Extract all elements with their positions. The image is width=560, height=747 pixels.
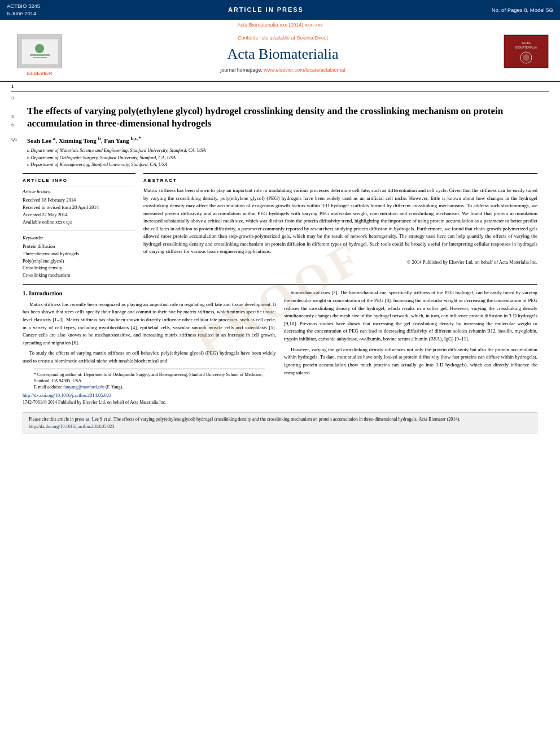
citation-text: Please cite this article in press as: Le… [29,417,460,422]
journal-ref: Acta Biomaterialia xxx (2014) xxx–xxx [237,22,323,28]
authors-section: Q1 Soah Lee a, Xinming Tong b, Fan Yang … [11,135,549,145]
intro-col-left: 1. Introduction Matrix stiffness has rec… [23,289,276,408]
keyword-4: Crosslinking density [23,265,135,272]
article-info-title: ARTICLE INFO [23,177,135,184]
available-online: Available online xxxx Q2 [23,219,135,226]
issn-copyright: 1742-7061/© 2014 Published by Elsevier L… [23,399,276,405]
bottom-links: http://dx.doi.org/10.1016/j.actbio.2014.… [23,392,276,405]
article-main-title: The effects of varying poly(ethylene gly… [27,105,543,130]
affiliation-a: a Department of Materials Science and En… [27,147,549,154]
author-a-sup: a [53,136,56,141]
elsevier-brand: ELSEVIER [27,70,53,77]
keywords-title: Keywords: [23,235,135,242]
citation-box: Please cite this article in press as: Le… [23,412,537,434]
elsevier-svg [19,36,61,67]
footnote-email-link[interactable]: fanyang@stanford.edu [63,385,104,390]
keyword-3: Poly(ethylene glycol) [23,258,135,265]
footnote-section: * Corresponding author at: Departments o… [34,369,265,391]
svg-rect-3 [33,57,47,58]
section-divider [23,284,537,285]
homepage-url[interactable]: www.elsevier.com/locate/actabiomat [264,67,345,73]
journal-ref-line: Acta Biomaterialia xxx (2014) xxx–xxx [0,20,560,30]
received-date: Received 18 February 2014 [23,197,135,204]
footnote-email: E-mail address: fanyang@stanford.edu (F.… [34,384,265,390]
q1-marker: Q1 [11,136,18,142]
article-date: 6 June 2014 [7,10,40,17]
svg-point-1 [35,44,44,53]
intro-title: 1. Introduction [23,289,276,298]
svg-text:BIOMATERIALIA: BIOMATERIALIA [515,46,537,49]
page-number: 1 [0,82,560,91]
pages-model: No. of Pages 8, Model 5G [492,6,553,14]
intro-paragraph-1: Matrix stiffness has recently been recog… [23,301,276,365]
history-title: Article history: [23,189,135,195]
affiliation-b: b Department of Orthopedic Surgery, Stan… [27,155,549,161]
intro-para-2-text: To study the effects of varying matrix s… [23,350,276,365]
journal-logo-left: ELSEVIER [11,34,68,77]
journal-header: ELSEVIER Contents lists available at Sci… [0,30,560,82]
sciencedirect-line: Contents lists available at ScienceDirec… [73,34,492,42]
citation-doi-link[interactable]: http://dx.doi.org/10.1016/j.actbio.2014.… [29,424,115,429]
intro-para-1-text: Matrix stiffness has recently been recog… [23,301,276,347]
abstract-column: ABSTRACT Matrix stiffness has been shown… [143,173,537,279]
doi-link[interactable]: http://dx.doi.org/10.1016/j.actbio.2014.… [23,392,276,399]
revised-date: Received in revised form 28 April 2014 [23,204,135,211]
abstract-title: ABSTRACT [143,177,537,184]
journal-title: Acta Biomaterialia [73,44,492,64]
abstract-text: Matrix stiffness has been shown to play … [143,187,537,256]
journal-homepage: journal homepage: www.elsevier.com/locat… [73,67,492,74]
line-num-4: 4 [11,113,14,120]
article-info-box: ARTICLE INFO Article history: Received 1… [23,173,135,230]
acta-logo-svg: ACTA BIOMATERIALIA [505,36,548,67]
accepted-date: Accepted 22 May 2014 [23,212,135,219]
introduction-section: 1. Introduction Matrix stiffness has rec… [23,289,537,408]
abstract-box: ABSTRACT Matrix stiffness has been shown… [143,173,537,266]
article-in-press: ARTICLE IN PRESS [228,6,304,14]
intro-col-right: biomechanical cues [7]. The biomechanica… [284,289,537,408]
intro-right-text: biomechanical cues [7]. The biomechanica… [284,289,537,377]
keyword-1: Protein diffusion [23,243,135,250]
intro-right-para-1: biomechanical cues [7]. The biomechanica… [284,289,537,343]
article-content: 3 4 5 The effects of varying poly(ethyle… [0,95,560,443]
footnote-corresponding: * Corresponding author at: Departments o… [34,372,265,384]
q2-marker: Q2 [66,220,72,225]
top-bar: ACTBIO 3245 6 June 2014 ARTICLE IN PRESS… [0,0,560,20]
svg-rect-2 [30,54,50,56]
page: PROOF ACTBIO 3245 6 June 2014 ARTICLE IN… [0,0,560,747]
elsevier-logo-image [17,34,62,68]
journal-logo-right: ACTA BIOMATERIALIA [498,34,549,68]
abstract-copyright: © 2014 Published by Elsevier Ltd. on beh… [143,259,537,266]
sciencedirect-link[interactable]: ScienceDirect [297,35,329,41]
svg-point-8 [523,54,530,61]
author-b-sup: b [98,136,101,141]
acta-biomaterialia-logo: ACTA BIOMATERIALIA [504,34,549,68]
top-bar-left: ACTBIO 3245 6 June 2014 [7,2,40,18]
author-bc-sup: b,c,* [131,136,141,141]
article-info-column: ARTICLE INFO Article history: Received 1… [23,173,135,279]
keyword-5: Crosslinking mechanism [23,272,135,279]
keywords-section: Keywords: Protein diffusion Three-dimens… [23,235,135,279]
journal-center: Contents lists available at ScienceDirec… [68,34,498,74]
affiliation-c: c Department of Bioengineering, Stanford… [27,161,549,168]
article-id: ACTBIO 3245 [7,2,40,10]
keyword-2: Three-dimensional hydrogels [23,251,135,257]
article-title-section: 3 4 5 The effects of varying poly(ethyle… [27,105,543,130]
line-num-3: 3 [11,95,14,101]
two-column-layout: ARTICLE INFO Article history: Received 1… [23,173,537,279]
line-num-5: 5 [11,122,14,128]
intro-right-para-2: However, varying the gel crosslinking de… [284,346,537,377]
authors-line: Soah Lee a, Xinming Tong b, Fan Yang b,c… [27,135,549,145]
svg-text:ACTA: ACTA [522,41,531,45]
affiliations-section: a Department of Materials Science and En… [27,147,549,169]
